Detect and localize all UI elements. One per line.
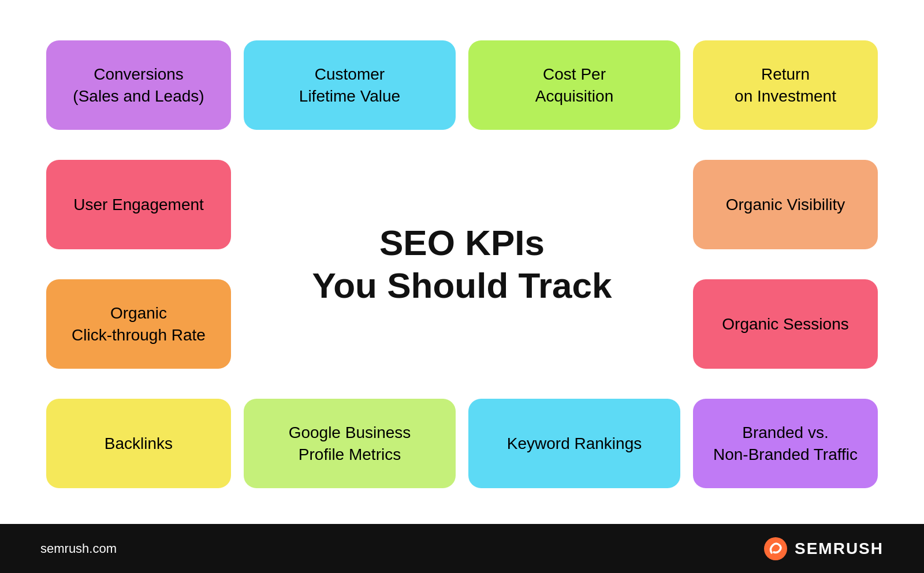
card-branded-label: Branded vs.Non-Branded Traffic xyxy=(713,422,858,466)
semrush-brand-text: SEMRUSH xyxy=(795,540,884,558)
card-conversions-label: Conversions(Sales and Leads) xyxy=(73,63,204,107)
card-ctr-label: OrganicClick-through Rate xyxy=(72,302,206,346)
card-branded: Branded vs.Non-Branded Traffic xyxy=(693,399,878,488)
footer: semrush.com SEMRUSH xyxy=(0,524,924,573)
card-conversions: Conversions(Sales and Leads) xyxy=(46,40,231,130)
semrush-icon xyxy=(763,537,788,561)
card-customer: CustomerLifetime Value xyxy=(244,40,456,130)
card-visibility: Organic Visibility xyxy=(693,160,878,249)
card-visibility-label: Organic Visibility xyxy=(726,194,845,216)
center-title: SEO KPIs You Should Track xyxy=(244,222,680,308)
semrush-logo: SEMRUSH xyxy=(763,537,884,561)
card-roi: Returnon Investment xyxy=(693,40,878,130)
card-gbp-label: Google BusinessProfile Metrics xyxy=(289,422,411,466)
card-gbp: Google BusinessProfile Metrics xyxy=(244,399,456,488)
footer-url: semrush.com xyxy=(40,541,117,556)
card-engagement-label: User Engagement xyxy=(73,194,204,216)
card-customer-label: CustomerLifetime Value xyxy=(299,63,400,107)
center-title-text: SEO KPIs You Should Track xyxy=(312,222,612,308)
card-keyword: Keyword Rankings xyxy=(468,399,680,488)
card-backlinks-label: Backlinks xyxy=(105,433,173,455)
card-backlinks: Backlinks xyxy=(46,399,231,488)
card-keyword-label: Keyword Rankings xyxy=(507,433,642,455)
card-cost: Cost PerAcquisition xyxy=(468,40,680,130)
card-engagement: User Engagement xyxy=(46,160,231,249)
svg-point-0 xyxy=(764,537,787,560)
card-sessions-label: Organic Sessions xyxy=(722,313,848,335)
card-cost-label: Cost PerAcquisition xyxy=(535,63,613,107)
card-ctr: OrganicClick-through Rate xyxy=(46,279,231,369)
card-sessions: Organic Sessions xyxy=(693,279,878,369)
card-roi-label: Returnon Investment xyxy=(735,63,836,107)
